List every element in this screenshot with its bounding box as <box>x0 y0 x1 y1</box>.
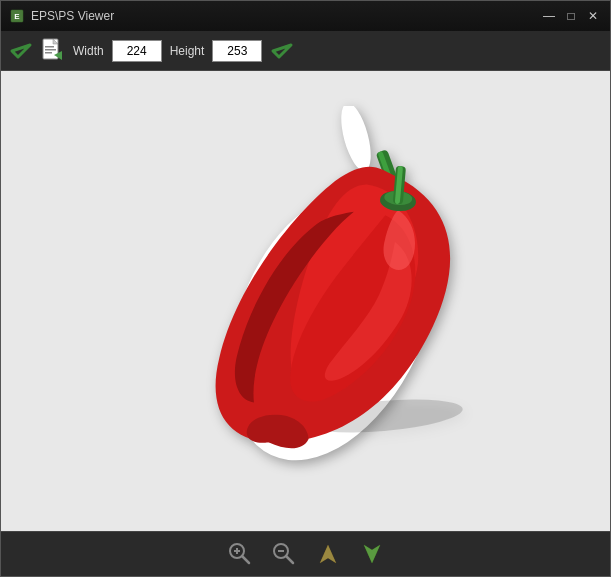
title-bar: E EPS\PS Viewer — □ ✕ <box>1 1 610 31</box>
restore-button[interactable]: □ <box>562 7 580 25</box>
svg-rect-6 <box>45 49 56 51</box>
title-bar-left: E EPS\PS Viewer <box>9 8 114 24</box>
height-input[interactable] <box>212 40 262 62</box>
window-controls: — □ ✕ <box>540 7 602 25</box>
bottom-bar <box>1 531 610 576</box>
width-label: Width <box>73 44 104 58</box>
zoom-in-icon[interactable] <box>226 540 254 568</box>
left-sidebar <box>1 71 76 531</box>
image-container <box>173 101 513 501</box>
main-window: E EPS\PS Viewer — □ ✕ <box>0 0 611 577</box>
svg-line-26 <box>286 556 293 563</box>
svg-rect-5 <box>45 46 54 48</box>
canvas-area <box>76 71 610 531</box>
document-icon[interactable] <box>41 39 65 63</box>
svg-marker-30 <box>364 545 380 563</box>
svg-point-10 <box>335 106 376 174</box>
app-icon: E <box>9 8 25 24</box>
main-content <box>1 71 610 531</box>
green-check-icon[interactable] <box>9 39 33 63</box>
arrow-down-icon[interactable] <box>358 540 386 568</box>
height-label: Height <box>170 44 205 58</box>
width-input[interactable] <box>112 40 162 62</box>
close-button[interactable]: ✕ <box>584 7 602 25</box>
svg-marker-28 <box>320 545 336 563</box>
svg-marker-9 <box>273 45 291 57</box>
green-check-confirm-icon[interactable] <box>270 39 294 63</box>
chili-image <box>183 106 503 496</box>
svg-line-23 <box>242 556 249 563</box>
arrow-up-icon[interactable] <box>314 540 342 568</box>
zoom-out-icon[interactable] <box>270 540 298 568</box>
toolbar: Width Height <box>1 31 610 71</box>
minimize-button[interactable]: — <box>540 7 558 25</box>
svg-marker-2 <box>12 45 30 57</box>
svg-text:E: E <box>14 12 20 21</box>
svg-rect-7 <box>45 52 52 54</box>
window-title: EPS\PS Viewer <box>31 9 114 23</box>
